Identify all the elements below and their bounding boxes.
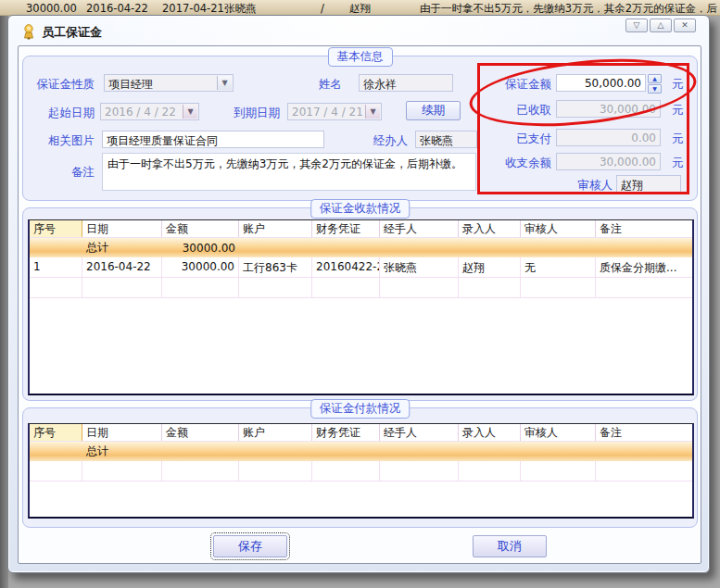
total-label: 总计	[82, 237, 162, 258]
auditor-field: 赵翔	[616, 175, 681, 193]
save-button[interactable]: 保存	[213, 535, 287, 557]
column-header[interactable]: 日期	[82, 220, 162, 237]
renew-button[interactable]: 续期	[406, 101, 461, 120]
receipts-table[interactable]: 序号 日期 金额 账户 财务凭证 经手人 录入人 审核人 备注 总计 30000…	[28, 219, 694, 395]
amount-label: 保证金额	[468, 77, 551, 93]
restore-icon[interactable]: △	[650, 19, 672, 32]
title-bar[interactable]: 员工保证金 ▽ △ ✕	[8, 16, 709, 45]
column-header[interactable]: 审核人	[521, 424, 596, 441]
nature-label: 保证金性质	[23, 77, 95, 93]
table-row-empty[interactable]	[30, 278, 692, 298]
basic-info-section-title: 基本信息	[328, 47, 393, 67]
amount-spinner[interactable]: ▲ ▼	[648, 74, 662, 93]
bg-amount: 30000.00	[26, 2, 77, 15]
column-header[interactable]: 经手人	[380, 220, 459, 237]
background-grid-row: 30000.00 2016-04-22 2017-04-21 张晓燕 / 赵翔 …	[0, 0, 720, 16]
bg-reviewer: 赵翔	[349, 2, 371, 16]
employee-deposit-window: 员工保证金 ▽ △ ✕ 基本信息 保证金性质 项目经理 ▼ 姓名 徐永祥 保证金…	[7, 15, 710, 573]
column-header[interactable]: 金额	[162, 424, 239, 441]
cell-auditor: 无	[521, 257, 596, 277]
name-label: 姓名	[297, 77, 342, 93]
amount-input[interactable]: 50,000.00	[556, 74, 646, 92]
total-amount: 30000.00	[162, 239, 239, 257]
end-date-value: 2017 / 4 / 21	[292, 106, 363, 119]
spin-down-icon[interactable]: ▼	[648, 84, 662, 94]
chevron-down-icon[interactable]: ▼	[365, 105, 380, 119]
paid-label: 已支付	[468, 131, 551, 147]
column-header[interactable]: 账户	[239, 220, 312, 237]
remark-label: 备注	[23, 165, 95, 181]
cell-date: 2016-04-22	[82, 257, 162, 277]
cancel-button[interactable]: 取消	[473, 535, 547, 557]
balance-field: 30,000.00	[556, 153, 661, 170]
images-input[interactable]: 项目经理质量保证合同	[102, 131, 324, 148]
amount-unit: 元	[672, 77, 684, 93]
bg-end: 2017-04-21	[162, 2, 224, 15]
table-row-empty[interactable]	[30, 461, 692, 482]
end-date-label: 到期日期	[208, 106, 280, 121]
received-unit: 元	[672, 103, 684, 119]
chevron-down-icon[interactable]: ▼	[217, 76, 232, 90]
cell-voucher: 20160422-21	[312, 257, 380, 277]
received-field: 30,000.00	[556, 100, 661, 118]
column-header[interactable]: 日期	[82, 424, 162, 441]
app-icon	[21, 24, 36, 40]
column-header[interactable]: 备注	[596, 424, 692, 441]
bg-slash: /	[321, 2, 324, 15]
cell-account: 工行863卡	[239, 257, 312, 277]
minimize-icon[interactable]: ▽	[625, 19, 648, 32]
column-header[interactable]: 序号	[30, 220, 82, 237]
column-header[interactable]: 财务凭证	[312, 424, 380, 441]
bg-handler: 张晓燕	[224, 2, 257, 16]
chevron-down-icon[interactable]: ▼	[183, 105, 197, 119]
column-header[interactable]: 录入人	[459, 424, 521, 441]
payments-table[interactable]: 序号 日期 金额 账户 财务凭证 经手人 录入人 审核人 备注 总计	[28, 423, 694, 519]
cell-remark: 质保金分期缴...	[596, 257, 692, 277]
window-title: 员工保证金	[42, 24, 102, 41]
paid-field: 0.00	[556, 129, 661, 146]
client-area: 基本信息 保证金性质 项目经理 ▼ 姓名 徐永祥 保证金额 50,000.00 …	[18, 45, 701, 564]
bg-start: 2016-04-22	[86, 2, 148, 15]
basic-info-group: 基本信息 保证金性质 项目经理 ▼ 姓名 徐永祥 保证金额 50,000.00 …	[22, 56, 698, 201]
column-header[interactable]: 金额	[162, 220, 239, 237]
column-header[interactable]: 账户	[239, 424, 312, 441]
column-header[interactable]: 经手人	[380, 424, 459, 441]
received-label: 已收取	[468, 103, 551, 119]
column-header[interactable]: 财务凭证	[312, 220, 380, 237]
total-amount	[162, 449, 239, 455]
end-date-dropdown[interactable]: 2017 / 4 / 21 ▼	[287, 103, 382, 120]
cell-seq: 1	[30, 257, 82, 277]
receipts-header-row: 序号 日期 金额 账户 财务凭证 经手人 录入人 审核人 备注	[30, 220, 692, 238]
close-icon[interactable]: ✕	[674, 19, 696, 32]
start-date-value: 2016 / 4 / 22	[105, 106, 176, 119]
total-label: 总计	[82, 441, 162, 462]
paid-unit: 元	[672, 131, 684, 147]
column-header[interactable]: 录入人	[459, 220, 521, 237]
start-date-label: 起始日期	[23, 106, 95, 121]
remark-textarea[interactable]: 由于一时拿不出5万元，先缴纳3万元，其余2万元的保证金，后期补缴。	[102, 153, 476, 191]
cell-entry: 赵翔	[459, 257, 521, 277]
payments-section-title: 保证金付款情况	[310, 399, 411, 419]
receipts-total-row: 总计 30000.00	[30, 238, 692, 257]
images-label: 相关图片	[23, 133, 95, 149]
balance-label: 收支余额	[468, 156, 551, 171]
bg-remark: 由于一时拿不出5万元，先缴纳3万元，其余2万元的保证金，后	[420, 2, 717, 16]
column-header[interactable]: 序号	[30, 424, 82, 441]
start-date-dropdown[interactable]: 2016 / 4 / 22 ▼	[100, 103, 199, 120]
payments-group: 保证金付款情况 序号 日期 金额 账户 财务凭证 经手人 录入人 审核人 备注 …	[22, 407, 698, 528]
nature-dropdown[interactable]: 项目经理 ▼	[104, 74, 234, 92]
nature-value: 项目经理	[108, 78, 153, 91]
receipts-section-title: 保证金收款情况	[310, 199, 411, 219]
payments-header-row: 序号 日期 金额 账户 财务凭证 经手人 录入人 审核人 备注	[30, 424, 692, 442]
balance-unit: 元	[672, 156, 684, 171]
column-header[interactable]: 备注	[596, 220, 692, 237]
auditor-label: 审核人	[529, 178, 613, 194]
receipts-group: 保证金收款情况 序号 日期 金额 账户 财务凭证 经手人 录入人 审核人 备注 …	[22, 207, 698, 401]
spin-up-icon[interactable]: ▲	[648, 74, 662, 83]
name-field[interactable]: 徐永祥	[359, 74, 453, 92]
agent-label: 经办人	[352, 133, 408, 149]
table-row[interactable]: 1 2016-04-22 30000.00 工行863卡 20160422-21…	[30, 257, 692, 278]
payments-total-row: 总计	[30, 442, 692, 461]
cell-amount: 30000.00	[162, 257, 239, 277]
column-header[interactable]: 审核人	[521, 220, 596, 237]
